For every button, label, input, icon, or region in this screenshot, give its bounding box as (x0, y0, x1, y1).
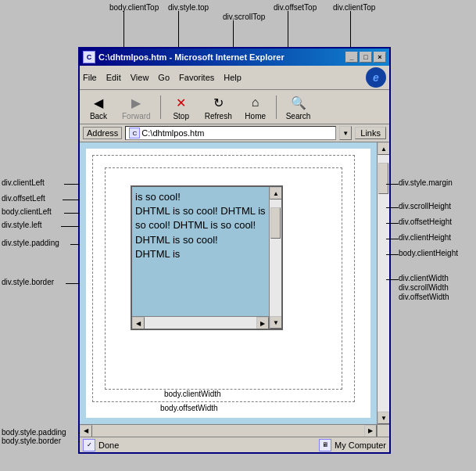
menu-edit[interactable]: Edit (106, 73, 121, 82)
div-style-left-label: div.style.left (2, 221, 42, 229)
body-offset-width-label: body.offsetWidth (160, 404, 218, 412)
forward-icon: ▶ (127, 93, 145, 112)
body-style-border-label: body.style.border (2, 437, 61, 445)
body-style-padding-line (78, 433, 80, 433)
div-widths-line (386, 279, 399, 280)
inner-scroll-thumb-v[interactable] (270, 207, 281, 239)
toolbar-sep-2 (276, 95, 277, 119)
ie-titlebar-icon: C (83, 51, 95, 63)
div-style-border-line (66, 283, 80, 284)
refresh-label: Refresh (205, 112, 232, 120)
body-client-height-line (386, 254, 399, 255)
scroll-down-button[interactable]: ▼ (378, 412, 389, 424)
scroll-left-button[interactable]: ◀ (80, 425, 92, 437)
div-offset-top-label: div.offsetTop (274, 3, 317, 12)
div-scroll-top-label: div.scrollTop (223, 13, 265, 21)
minimize-button[interactable]: _ (345, 52, 358, 63)
close-button[interactable]: × (374, 52, 386, 63)
body-style-border-line (78, 441, 80, 442)
ie-titlebar-left: C C:\dhtmlpos.htm - Microsoft Internet E… (83, 51, 285, 63)
div-offset-left-line (63, 200, 80, 200)
div-offset-height-label: div.offsetHeight (399, 218, 452, 226)
maximize-button[interactable]: □ (360, 52, 372, 63)
ie-menubar: File Edit View Go Favorites Help e (80, 66, 389, 90)
ie-logo: e (366, 67, 386, 88)
forward-label: Forward (122, 112, 151, 120)
menu-favorites[interactable]: Favorites (179, 73, 214, 82)
div-scroll-height-line (386, 207, 399, 208)
inner-scroll-up-button[interactable]: ▲ (270, 187, 282, 200)
div-offset-left-label: div.offsetLeft (2, 194, 45, 203)
div-client-top-r-vline (350, 11, 351, 50)
back-button[interactable]: ◀ Back (83, 92, 114, 122)
body-client-height-label: body.clientHeight (399, 249, 458, 257)
address-dropdown[interactable]: ▼ (339, 126, 352, 140)
scroll-track-v (378, 155, 389, 412)
menu-file[interactable]: File (83, 73, 97, 82)
body-client-width-label: body.clientWidth (164, 390, 221, 398)
ie-scrollbar-horizontal: ◀ ▶ (80, 424, 389, 437)
ie-title-text: C:\dhtmlpos.htm - Microsoft Internet Exp… (98, 52, 285, 62)
div-client-left-label: div.clientLeft (2, 178, 45, 187)
inner-scrollbar-vertical[interactable]: ▲ ▼ (269, 187, 281, 329)
back-label: Back (90, 112, 107, 120)
div-style-padding-label: div.style.padding (2, 239, 59, 247)
forward-button[interactable]: ▶ Forward (117, 92, 156, 122)
div-offset-height-line (386, 223, 399, 224)
back-icon: ◀ (89, 93, 108, 112)
scroll-corner (377, 425, 389, 437)
ie-toolbar: ◀ Back ▶ Forward ✕ Stop ↻ Refresh ⌂ Home… (80, 90, 389, 124)
stop-button[interactable]: ✕ Stop (166, 92, 197, 122)
body-client-top-vline (123, 11, 124, 50)
home-label: Home (245, 112, 266, 120)
menu-go[interactable]: Go (158, 73, 170, 82)
address-value: C:\dhtmlpos.htm (141, 128, 204, 138)
div-style-padding-line (70, 244, 80, 245)
body-client-left-label: body.clientLeft (2, 207, 52, 216)
address-icon: C (129, 128, 140, 138)
content-text: is so cool!DHTML is so cool! DHTML is so… (135, 191, 266, 260)
home-button[interactable]: ⌂ Home (240, 92, 271, 122)
status-zone: 🖥 My Computer (319, 439, 386, 451)
ie-addressbar: Address C C:\dhtmlpos.htm ▼ Links (80, 124, 389, 142)
inner-scroll-track-v (270, 200, 281, 316)
inner-scroll-down-button[interactable]: ▼ (270, 316, 282, 329)
scroll-up-button[interactable]: ▲ (378, 142, 389, 155)
ie-titlebar: C C:\dhtmlpos.htm - Microsoft Internet E… (80, 49, 389, 66)
div-style-top-label: div.style.top (168, 3, 209, 12)
div-scroll-top-vline (233, 20, 234, 50)
ie-icon-letter: C (87, 53, 92, 61)
div-style-border-label: div.style.border (2, 278, 54, 286)
zone-text: My Computer (335, 440, 386, 450)
div-style-left-line (61, 226, 80, 227)
ie-window: C C:\dhtmlpos.htm - Microsoft Internet E… (78, 47, 391, 454)
address-input[interactable]: C C:\dhtmlpos.htm (125, 126, 336, 140)
search-label: Search (286, 112, 311, 120)
inner-scroll-right-button[interactable]: ▶ (256, 317, 269, 329)
body-client-top-label: body.clientTop (109, 3, 159, 12)
home-icon: ⌂ (246, 93, 265, 112)
inner-scroll-track-h (145, 317, 256, 329)
scroll-thumb-v[interactable] (378, 163, 388, 194)
address-label: Address (83, 127, 122, 139)
links-button[interactable]: Links (355, 127, 386, 139)
div-offset-width-label: div.offsetWidth (399, 293, 449, 301)
ie-scrollbar-vertical[interactable]: ▲ ▼ (377, 142, 389, 424)
status-icon: ✓ (83, 439, 95, 451)
stop-label: Stop (173, 112, 189, 120)
body-client-left-line (64, 213, 80, 214)
div-offset-top-vline (288, 11, 288, 50)
search-button[interactable]: 🔍 Search (281, 92, 316, 122)
div-scroll-width-label: div.scrollWidth (399, 283, 449, 292)
inner-scroll-left-button[interactable]: ◀ (132, 317, 145, 329)
scroll-right-button[interactable]: ▶ (364, 425, 377, 437)
inner-scrollbar-horizontal[interactable]: ◀ ▶ (132, 316, 269, 329)
menu-view[interactable]: View (131, 73, 149, 82)
div-style-margin-line (386, 184, 399, 185)
toolbar-sep-1 (160, 95, 161, 119)
ie-page: is so cool!DHTML is so cool! DHTML is so… (80, 142, 377, 424)
div-client-height-line (386, 239, 399, 239)
menu-help[interactable]: Help (224, 73, 242, 82)
refresh-button[interactable]: ↻ Refresh (200, 92, 237, 122)
zone-icon: 🖥 (319, 439, 331, 451)
